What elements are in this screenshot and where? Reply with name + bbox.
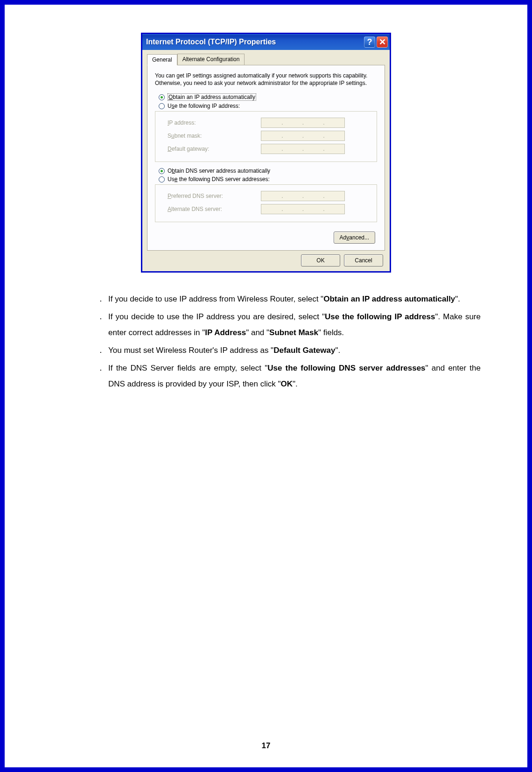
- inner-button-row: Advanced...: [155, 228, 377, 244]
- preferred-dns-label: Preferred DNS server:: [160, 193, 261, 199]
- radio-icon: [159, 103, 165, 109]
- radio-icon: [159, 168, 165, 174]
- list-item-text: If you decide to use IP address from Wir…: [108, 291, 481, 307]
- alternate-dns-label: Alternate DNS server:: [160, 206, 261, 212]
- alternate-dns-input[interactable]: [261, 204, 345, 214]
- ip-address-label: IP address:: [160, 119, 261, 126]
- field-ip-address: IP address:: [160, 118, 372, 128]
- advanced-button[interactable]: Advanced...: [334, 232, 375, 244]
- list-item: ․ You must set Wireless Router's IP addr…: [93, 343, 481, 358]
- window-title: Internet Protocol (TCP/IP) Properties: [146, 38, 276, 46]
- dns-fields-group: Preferred DNS server: Alternate DNS serv…: [155, 184, 377, 222]
- page-number: 17: [37, 741, 495, 751]
- list-item: ․ If you decide to use IP address from W…: [93, 291, 481, 307]
- default-gateway-input[interactable]: [261, 144, 345, 154]
- radio-icon: [159, 94, 165, 100]
- list-item: ․ If the DNS Server fields are empty, se…: [93, 360, 481, 392]
- list-item: ․ If you decide to use the IP address yo…: [93, 309, 481, 341]
- dialog-body: General Alternate Configuration You can …: [142, 50, 390, 271]
- radio-use-following-ip[interactable]: Use the following IP address:: [155, 103, 377, 109]
- titlebar: Internet Protocol (TCP/IP) Properties ? …: [142, 34, 390, 50]
- radio-label: Use the following IP address:: [168, 103, 240, 109]
- radio-icon: [159, 176, 165, 182]
- ip-address-input[interactable]: [261, 118, 345, 128]
- field-default-gateway: Default gateway:: [160, 144, 372, 154]
- field-alternate-dns: Alternate DNS server:: [160, 204, 372, 214]
- cancel-button[interactable]: Cancel: [344, 254, 383, 267]
- instruction-list: ․ If you decide to use IP address from W…: [93, 291, 481, 392]
- xp-dialog: Internet Protocol (TCP/IP) Properties ? …: [142, 34, 390, 271]
- ok-button[interactable]: OK: [301, 254, 340, 267]
- radio-label: Use the following DNS server addresses:: [168, 176, 270, 182]
- description-text: You can get IP settings assigned automat…: [155, 72, 377, 87]
- close-icon[interactable]: ✕: [377, 36, 388, 48]
- tab-general[interactable]: General: [147, 54, 177, 65]
- list-item-text: You must set Wireless Router's IP addres…: [108, 343, 481, 358]
- radio-label: Obtain an IP address automatically: [168, 93, 256, 101]
- bullet-icon: ․: [93, 309, 108, 341]
- help-icon[interactable]: ?: [364, 36, 375, 48]
- xp-dialog-frame: Internet Protocol (TCP/IP) Properties ? …: [141, 33, 391, 273]
- list-item-text: If the DNS Server fields are empty, sele…: [108, 360, 481, 392]
- titlebar-buttons: ? ✕: [364, 36, 388, 48]
- field-preferred-dns: Preferred DNS server:: [160, 191, 372, 201]
- tab-panel: You can get IP settings assigned automat…: [147, 65, 385, 251]
- bullet-icon: ․: [93, 360, 108, 392]
- subnet-mask-input[interactable]: [261, 131, 345, 141]
- bullet-icon: ․: [93, 291, 108, 307]
- list-item-text: If you decide to use the IP address you …: [108, 309, 481, 341]
- radio-obtain-ip-auto[interactable]: Obtain an IP address automatically: [155, 93, 377, 101]
- field-subnet-mask: Subnet mask:: [160, 131, 372, 141]
- tabstrip: General Alternate Configuration: [147, 54, 385, 65]
- radio-use-following-dns[interactable]: Use the following DNS server addresses:: [155, 176, 377, 182]
- radio-label: Obtain DNS server address automatically: [168, 168, 270, 174]
- preferred-dns-input[interactable]: [261, 191, 345, 201]
- bullet-icon: ․: [93, 343, 108, 358]
- radio-obtain-dns-auto[interactable]: Obtain DNS server address automatically: [155, 168, 377, 174]
- default-gateway-label: Default gateway:: [160, 146, 261, 152]
- dialog-button-row: OK Cancel: [147, 251, 385, 267]
- tab-alternate[interactable]: Alternate Configuration: [177, 54, 245, 65]
- subnet-mask-label: Subnet mask:: [160, 133, 261, 139]
- ip-fields-group: IP address: Subnet mask: D: [155, 111, 377, 162]
